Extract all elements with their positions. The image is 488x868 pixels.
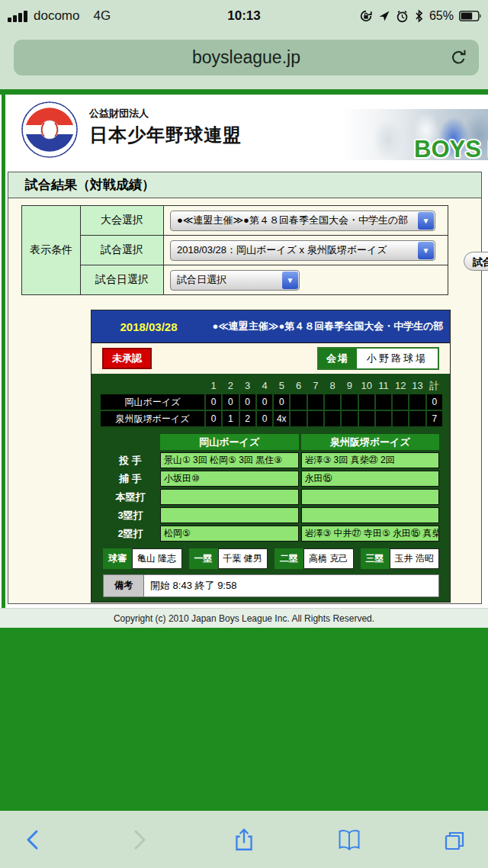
location-icon — [378, 10, 390, 22]
stats-cell — [160, 489, 299, 505]
inning-header: 13 — [409, 379, 425, 393]
url-bar-area: boysleague.jp — [0, 32, 488, 89]
score-cell — [308, 394, 323, 410]
results-panel: 試合結果（対戦成績） 表示条件 大会選択 ●≪連盟主催≫●第４８回春季全国大会・… — [8, 172, 482, 604]
page-footer-band — [0, 628, 488, 811]
score-cell: 0 — [240, 394, 255, 410]
stats-row-label: 2塁打 — [103, 526, 158, 542]
total-header: 計 — [427, 379, 442, 393]
filter-table: 表示条件 大会選択 ●≪連盟主催≫●第４８回春季全国大会・中学生の部 ▼ 試合選… — [21, 205, 448, 295]
back-button[interactable] — [20, 826, 47, 854]
stats-team-header: 泉州阪堺ボーイズ — [301, 434, 440, 450]
dropdown-arrow-icon: ▼ — [418, 242, 434, 259]
inning-header: 10 — [359, 379, 374, 393]
score-cell — [376, 411, 391, 426]
venue-name: 小野路球場 — [357, 349, 438, 368]
stats-cell — [160, 507, 299, 523]
game-tournament: ●≪連盟主催≫●第４８回春季全国大会・中学生の部 — [206, 310, 450, 342]
status-bar: docomo 4G 10:13 65% — [0, 0, 488, 32]
tournament-select-value: ●≪連盟主催≫●第４８回春季全国大会・中学生の部 — [177, 214, 408, 227]
reload-icon[interactable] — [449, 48, 468, 70]
score-cell — [393, 394, 408, 410]
score-cell — [308, 411, 323, 426]
score-cell: 2 — [240, 411, 255, 426]
stats-cell: 岩澤③ 中井㉗ 寺田⑤ 永田⑮ 真柴㉓ — [301, 526, 440, 542]
banner-title: BOYS LEAGUE — [414, 136, 488, 163]
umpire-name: 亀山 隆志 — [132, 548, 182, 569]
stats-cell: 景山① 3回 松岡⑤ 3回 黒住⑨ — [160, 452, 299, 468]
game-date: 2018/03/28 — [92, 310, 206, 342]
score-cell — [409, 394, 425, 410]
inning-header: 12 — [393, 379, 408, 393]
umpire-name: 千葉 健男 — [218, 548, 268, 569]
score-cell: 0 — [206, 411, 221, 426]
stats-cell — [301, 489, 440, 505]
stats-row-label: 3塁打 — [103, 507, 158, 523]
bookmarks-button[interactable] — [336, 826, 363, 854]
page-top-rule — [0, 89, 488, 95]
tournament-select[interactable]: ●≪連盟主催≫●第４８回春季全国大会・中学生の部 ▼ — [170, 211, 435, 231]
copyright-text: Copyright (c) 2010 Japan Boys League Inc… — [0, 608, 488, 628]
inning-header: 9 — [342, 379, 357, 393]
remarks-value: 開始 8:43 終了 9:58 — [144, 574, 439, 597]
battery-percent-label: 65% — [429, 9, 454, 23]
score-cell — [359, 394, 374, 410]
umpire-label: 三塁 — [361, 548, 390, 569]
score-total: 0 — [427, 394, 442, 410]
rotation-lock-icon — [359, 9, 373, 23]
game-result-card: 2018/03/28 ●≪連盟主催≫●第４８回春季全国大会・中学生の部 未承認 … — [91, 310, 451, 603]
score-cell — [393, 411, 408, 426]
venue-group: 会場 小野路球場 — [317, 347, 439, 370]
inning-header: 3 — [240, 379, 255, 393]
stats-cell: 岩澤③ 3回 真柴㉓ 2回 — [301, 452, 440, 468]
score-cell — [342, 411, 357, 426]
stats-row-label: 捕 手 — [103, 471, 158, 487]
umpire-label: 二塁 — [274, 548, 303, 569]
game-select[interactable]: 2018/03/28：岡山ボーイズ x 泉州阪堺ボーイズ ▼ — [170, 240, 435, 261]
score-cell — [376, 394, 391, 410]
score-cell: 0 — [274, 394, 289, 410]
url-text: boysleague.jp — [192, 47, 300, 68]
remarks-row: 備考 開始 8:43 終了 9:58 — [103, 574, 439, 597]
stats-cell — [301, 507, 440, 523]
inning-header: 6 — [291, 379, 306, 393]
game-result-button[interactable]: 試合結果 — [464, 252, 488, 271]
org-type-label: 公益財団法人 — [89, 107, 242, 121]
inning-header: 5 — [274, 379, 289, 393]
safari-toolbar — [0, 811, 488, 868]
tournament-select-label: 大会選択 — [81, 206, 164, 236]
share-button[interactable] — [230, 826, 258, 854]
umpire-name: 高橋 克己 — [303, 548, 354, 569]
inning-header: 8 — [325, 379, 340, 393]
bluetooth-icon — [414, 9, 424, 23]
score-cell — [325, 411, 340, 426]
date-select[interactable]: 試合日選択 ▼ — [170, 270, 300, 291]
address-bar[interactable]: boysleague.jp — [14, 40, 479, 76]
stats-team-header: 岡山ボーイズ — [160, 434, 299, 450]
tabs-button[interactable] — [441, 826, 468, 854]
stats-cell: 小坂田⑩ — [160, 471, 299, 487]
score-cell: 0 — [257, 394, 272, 410]
dropdown-arrow-icon: ▼ — [418, 212, 434, 230]
org-name-label: 日本少年野球連盟 — [89, 123, 242, 147]
game-header: 2018/03/28 ●≪連盟主催≫●第４８回春季全国大会・中学生の部 — [92, 310, 450, 342]
score-cell — [291, 411, 306, 426]
stats-cell: 永田⑮ — [301, 471, 440, 487]
score-cell: 0 — [223, 394, 238, 410]
inning-header: 4 — [257, 379, 272, 393]
team-name: 岡山ボーイズ — [101, 394, 204, 410]
web-content: 公益財団法人 日本少年野球連盟 BOYS LEAGUE 試合結果（対戦成績） 表… — [0, 89, 488, 811]
inning-header: 11 — [376, 379, 391, 393]
stats-row-label: 投 手 — [103, 452, 158, 468]
umpire-label: 一塁 — [189, 548, 218, 569]
score-cell: 0 — [206, 394, 221, 410]
score-cell: 1 — [223, 411, 238, 426]
umpires-row: 球審 亀山 隆志 一塁 千葉 健男 二塁 高橋 克己 三塁 玉井 浩昭 — [103, 548, 439, 569]
game-select-label: 試合選択 — [81, 236, 164, 265]
forward-button[interactable] — [125, 826, 152, 854]
batteries-table: 岡山ボーイズ 泉州阪堺ボーイズ 投 手 景山① 3回 松岡⑤ 3回 黒住⑨ 岩澤… — [103, 434, 439, 542]
inning-header: 7 — [308, 379, 323, 393]
inning-header: 2 — [223, 379, 238, 393]
stats-row-label: 本塁打 — [103, 489, 158, 505]
stats-cell: 松岡⑤ — [160, 526, 299, 542]
